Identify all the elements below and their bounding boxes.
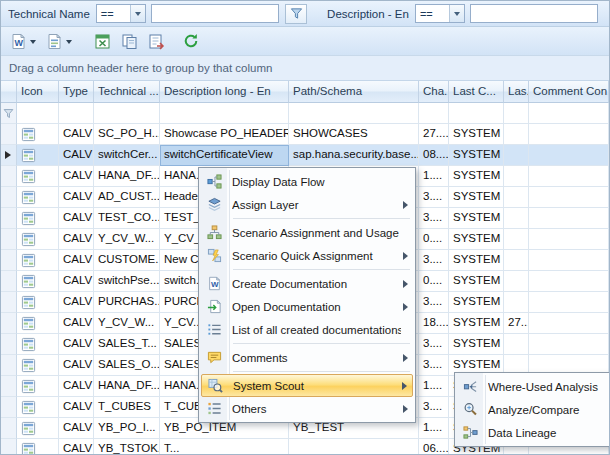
cell-comment[interactable] bbox=[529, 166, 609, 187]
menu-item-system-scout[interactable]: System Scout bbox=[201, 374, 413, 397]
column-header-last[interactable]: Las... bbox=[504, 81, 529, 103]
cell-comment[interactable] bbox=[529, 187, 609, 208]
cell-comment[interactable] bbox=[529, 250, 609, 271]
cell-type[interactable]: CALV bbox=[59, 208, 94, 229]
cell-type[interactable]: CALV bbox=[59, 145, 94, 166]
filter-cell-description[interactable] bbox=[160, 103, 289, 124]
column-header-icon[interactable]: Icon bbox=[17, 81, 59, 103]
filter-cell-last[interactable] bbox=[504, 103, 529, 124]
cell-changed[interactable]: 08.... bbox=[419, 145, 449, 166]
menu-item-list-of-all-created-documentations[interactable]: List of all created documentations bbox=[201, 318, 413, 341]
toolbar-button-export-grid[interactable] bbox=[144, 30, 169, 53]
cell-path[interactable]: SHOWCASES bbox=[289, 124, 419, 145]
cell-last_changed_by[interactable]: SYSTEM bbox=[449, 250, 504, 271]
operator-combo-technical-name[interactable]: == bbox=[96, 4, 146, 23]
cell-technical[interactable]: SALES_O... bbox=[94, 355, 160, 376]
cell-last[interactable] bbox=[504, 124, 529, 145]
cell-comment[interactable] bbox=[529, 334, 609, 355]
cell-type[interactable]: CALV bbox=[59, 355, 94, 376]
menu-item-data-lineage[interactable]: Data Lineage bbox=[457, 421, 610, 444]
cell-technical[interactable]: T_CUBES bbox=[94, 397, 160, 418]
cell-comment[interactable] bbox=[529, 208, 609, 229]
cell-description[interactable]: Showcase PO_HEADER bbox=[160, 124, 289, 145]
cell-last_changed_by[interactable]: SYSTEM bbox=[449, 187, 504, 208]
cell-object-icon[interactable] bbox=[17, 292, 59, 313]
cell-technical[interactable]: CUSTOME... bbox=[94, 250, 160, 271]
cell-last[interactable] bbox=[504, 229, 529, 250]
cell-changed[interactable]: 0.... bbox=[419, 271, 449, 292]
cell-technical[interactable]: YB_PO_I... bbox=[94, 418, 160, 439]
menu-item-others[interactable]: Others bbox=[201, 397, 413, 420]
cell-technical[interactable]: Y_CV_W... bbox=[94, 229, 160, 250]
filter-input-description-en[interactable] bbox=[470, 4, 598, 23]
cell-last_changed_by[interactable]: SYSTEM bbox=[449, 166, 504, 187]
cell-object-icon[interactable] bbox=[17, 187, 59, 208]
cell-last[interactable] bbox=[504, 292, 529, 313]
cell-changed[interactable]: 3.... bbox=[419, 292, 449, 313]
cell-comment[interactable] bbox=[529, 292, 609, 313]
cell-last[interactable] bbox=[504, 145, 529, 166]
cell-technical[interactable]: TEST_CO... bbox=[94, 208, 160, 229]
cell-description[interactable]: T... bbox=[160, 439, 289, 455]
cell-changed[interactable]: 18.... bbox=[419, 313, 449, 334]
toolbar-button-word-doc[interactable]: W bbox=[6, 30, 40, 53]
cell-object-icon[interactable] bbox=[17, 376, 59, 397]
cell-last_changed_by[interactable]: SYSTEM bbox=[449, 334, 504, 355]
cell-changed[interactable]: 3.... bbox=[419, 250, 449, 271]
cell-technical[interactable]: switchPse... bbox=[94, 271, 160, 292]
cell-object-icon[interactable] bbox=[17, 166, 59, 187]
cell-type[interactable]: CALV bbox=[59, 313, 94, 334]
cell-object-icon[interactable] bbox=[17, 439, 59, 455]
menu-item-display-data-flow[interactable]: Display Data Flow bbox=[201, 170, 413, 193]
cell-technical[interactable]: PURCHAS... bbox=[94, 292, 160, 313]
cell-object-icon[interactable] bbox=[17, 145, 59, 166]
cell-type[interactable]: CALV bbox=[59, 250, 94, 271]
combo-dropdown-button[interactable] bbox=[449, 5, 464, 22]
cell-last_changed_by[interactable]: SYSTEM bbox=[449, 208, 504, 229]
cell-changed[interactable]: 27.... bbox=[419, 124, 449, 145]
cell-path[interactable] bbox=[289, 439, 419, 455]
cell-comment[interactable] bbox=[529, 271, 609, 292]
cell-type[interactable]: CALV bbox=[59, 229, 94, 250]
table-row[interactable]: CALVswitchCer...switchCertificateViewsap… bbox=[1, 145, 609, 166]
menu-item-scenario-assignment-and-usage[interactable]: Scenario Assignment and Usage bbox=[201, 221, 413, 244]
cell-technical[interactable]: Y_CV_W... bbox=[94, 313, 160, 334]
column-header-comment[interactable]: Comment Con... bbox=[529, 81, 609, 103]
menu-item-comments[interactable]: Comments bbox=[201, 346, 413, 369]
toolbar-button-copy-grid[interactable] bbox=[117, 30, 142, 53]
cell-changed[interactable]: 3.... bbox=[419, 187, 449, 208]
column-header-description[interactable]: Description long - En bbox=[160, 81, 289, 103]
cell-comment[interactable] bbox=[529, 313, 609, 334]
cell-technical[interactable]: YB_TSTOK... bbox=[94, 439, 160, 455]
cell-changed[interactable]: 1.... bbox=[419, 166, 449, 187]
filter-cell-icon[interactable] bbox=[17, 103, 59, 124]
menu-item-create-documentation[interactable]: WCreate Documentation bbox=[201, 272, 413, 295]
column-header-last_changed_by[interactable]: Last C... bbox=[449, 81, 504, 103]
cell-last_changed_by[interactable]: SYSTEM bbox=[449, 271, 504, 292]
cell-last_changed_by[interactable]: SYSTEM bbox=[449, 124, 504, 145]
filter-cell-technical[interactable] bbox=[94, 103, 160, 124]
cell-type[interactable]: CALV bbox=[59, 439, 94, 455]
cell-object-icon[interactable] bbox=[17, 250, 59, 271]
toolbar-button-refresh[interactable] bbox=[179, 30, 203, 53]
column-header-technical[interactable]: Technical ... bbox=[94, 81, 160, 103]
menu-item-assign-layer[interactable]: Assign Layer bbox=[201, 193, 413, 216]
filter-cell-changed[interactable] bbox=[419, 103, 449, 124]
cell-changed[interactable]: 3.... bbox=[419, 208, 449, 229]
cell-path[interactable]: sap.hana.security.base... bbox=[289, 145, 419, 166]
cell-last[interactable] bbox=[504, 208, 529, 229]
toolbar-button-export-excel[interactable] bbox=[90, 30, 115, 53]
cell-last_changed_by[interactable]: SYSTEM bbox=[449, 292, 504, 313]
cell-changed[interactable]: 06.... bbox=[419, 439, 449, 455]
cell-type[interactable]: CALV bbox=[59, 376, 94, 397]
filter-options-button[interactable] bbox=[285, 4, 307, 24]
cell-last_changed_by[interactable]: SYSTEM bbox=[449, 145, 504, 166]
cell-last_changed_by[interactable]: SYSTEM bbox=[449, 313, 504, 334]
cell-object-icon[interactable] bbox=[17, 124, 59, 145]
cell-type[interactable]: CALV bbox=[59, 271, 94, 292]
cell-object-icon[interactable] bbox=[17, 355, 59, 376]
cell-object-icon[interactable] bbox=[17, 334, 59, 355]
combo-dropdown-button[interactable] bbox=[130, 5, 145, 22]
filter-cell-comment[interactable] bbox=[529, 103, 609, 124]
cell-last_changed_by[interactable]: SYSTEM bbox=[449, 229, 504, 250]
